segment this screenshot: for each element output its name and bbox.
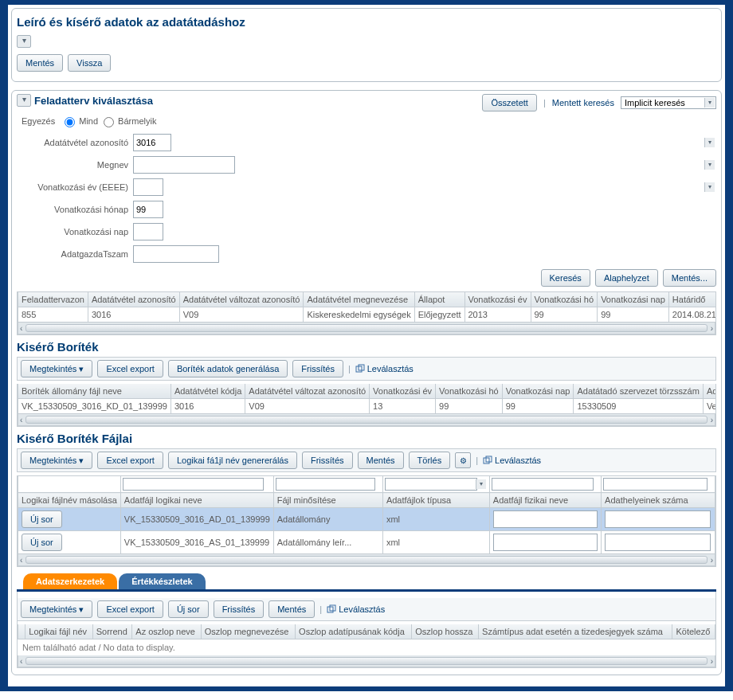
cell: 3016 xyxy=(171,399,245,414)
view-menu[interactable]: Megtekintés ▾ xyxy=(21,600,92,618)
excel-button[interactable]: Excel export xyxy=(97,360,163,377)
id-input[interactable] xyxy=(133,134,171,151)
column-header[interactable]: Vonatkozási nap xyxy=(502,384,574,399)
column-header[interactable]: Az oszlop neve xyxy=(132,624,201,639)
refresh-button[interactable]: Frissítés xyxy=(292,360,343,377)
filter-input[interactable] xyxy=(492,478,594,491)
view-menu[interactable]: Megtekintés ▾ xyxy=(21,452,92,469)
saved-search-value[interactable] xyxy=(621,96,716,109)
table-row[interactable]: Új sorVK_15330509_3016_AS_01_139999Adatá… xyxy=(18,531,715,554)
newrow-button[interactable]: Új sor xyxy=(168,600,209,618)
excel-button[interactable]: Excel export xyxy=(97,452,163,469)
save-button[interactable]: Mentés xyxy=(269,600,315,618)
column-header[interactable]: Kötelező xyxy=(672,624,715,639)
settings-icon[interactable]: ⚙ xyxy=(455,452,471,468)
view-menu[interactable]: Megtekintés ▾ xyxy=(21,360,92,377)
count-input[interactable] xyxy=(605,510,711,528)
excel-button[interactable]: Excel export xyxy=(97,600,163,618)
tabs-table: Logikai fájl névSorrendAz oszlop neveOsz… xyxy=(18,624,715,639)
cell: V09 xyxy=(179,307,304,323)
save-button[interactable]: Mentés xyxy=(17,54,63,72)
table-row[interactable]: 8553016V09Kiskereskedelmi egységekElőjeg… xyxy=(18,307,717,323)
column-header[interactable]: Feladattervazon xyxy=(18,292,88,307)
horizontal-scrollbar[interactable]: ‹› xyxy=(18,414,715,426)
column-header[interactable]: Számtípus adat esetén a tizedesjegyek sz… xyxy=(479,624,672,639)
filter-select[interactable]: ▾ xyxy=(385,478,488,491)
column-header[interactable]: Vonatkozási nap xyxy=(598,292,669,307)
physical-name-input[interactable] xyxy=(493,510,598,528)
column-header[interactable]: Boríték állomány fájl neve xyxy=(18,384,171,399)
id-select[interactable]: ▾ xyxy=(133,134,716,151)
cell: VK_15330509_3016_KD_01_139999 xyxy=(18,399,171,414)
column-header[interactable]: Vonatkozási hó xyxy=(436,384,503,399)
table-row[interactable]: VK_15330509_3016_KD_01_1399993016V091399… xyxy=(18,399,717,414)
name-input[interactable] xyxy=(133,156,235,174)
newrow-button[interactable]: Új sor xyxy=(22,510,62,528)
refresh-button[interactable]: Frissítés xyxy=(302,452,353,469)
name-select[interactable]: ▾ xyxy=(133,156,716,174)
year-select[interactable]: ▾ xyxy=(133,178,716,196)
reset-button[interactable]: Alaphelyzet xyxy=(595,269,658,287)
detach-button[interactable]: Leválasztás xyxy=(483,456,541,465)
delete-button[interactable]: Törlés xyxy=(409,452,451,469)
column-header[interactable]: Adatátvétel megnevezése xyxy=(304,292,414,307)
cell: 99 xyxy=(598,307,669,323)
horizontal-scrollbar[interactable]: ‹› xyxy=(18,323,715,334)
match-all-radio[interactable] xyxy=(65,117,75,127)
column-header[interactable]: Adatátvétel kódja xyxy=(171,384,245,399)
column-header[interactable]: Fájl minősítése xyxy=(273,493,382,508)
year-input[interactable] xyxy=(133,178,163,196)
detach-button[interactable]: Leválasztás xyxy=(327,604,385,614)
column-header[interactable]: Vonatkozási év xyxy=(370,384,436,399)
column-header[interactable]: Határidő xyxy=(668,292,716,307)
month-input[interactable] xyxy=(133,201,163,218)
column-header[interactable]: Adathelyeinek száma xyxy=(602,493,715,508)
column-header[interactable]: Adatfájlok típusa xyxy=(382,493,489,508)
column-header[interactable]: Logikai fájlnév másolása xyxy=(18,493,121,508)
separator: | xyxy=(319,604,322,614)
column-header[interactable]: Adatátvétel változat azonosító xyxy=(179,292,304,307)
column-header[interactable]: Adatátvétel azonosító xyxy=(88,292,179,307)
column-header[interactable]: Vonatkozási hó xyxy=(531,292,598,307)
physical-name-input[interactable] xyxy=(493,534,598,551)
column-header[interactable]: Vonatkozási év xyxy=(464,292,531,307)
count-input[interactable] xyxy=(605,534,711,551)
composite-button[interactable]: Összetett xyxy=(482,94,536,111)
tab-adatszerkezetek[interactable]: Adatszerkezetek xyxy=(23,573,117,589)
column-header[interactable]: Adatátvétel változat azonosító xyxy=(245,384,370,399)
column-header[interactable]: Oszlop megnevezése xyxy=(201,624,295,639)
search-button[interactable]: Keresés xyxy=(541,269,590,287)
collapse-icon[interactable]: ▾ xyxy=(17,35,31,48)
saved-search-select[interactable]: ▾ xyxy=(621,96,716,109)
tszam-input[interactable] xyxy=(133,245,219,263)
column-header[interactable]: Állapot xyxy=(414,292,464,307)
filter-input[interactable] xyxy=(276,478,376,491)
column-header[interactable]: Adatfájl fizikai neve xyxy=(489,493,601,508)
horizontal-scrollbar[interactable]: ‹› xyxy=(18,655,715,667)
collapse-icon[interactable]: ▾ xyxy=(17,94,31,107)
newrow-button[interactable]: Új sor xyxy=(22,534,62,551)
match-any-radio[interactable] xyxy=(104,117,114,127)
tab-ertekkeszletek[interactable]: Értékkészletek xyxy=(119,573,205,589)
horizontal-scrollbar[interactable]: ‹› xyxy=(18,554,715,566)
column-header[interactable]: Oszlop hossza xyxy=(412,624,479,639)
column-header[interactable]: Logikai fájl név xyxy=(25,624,92,639)
generate-button[interactable]: Logikai fá1jl név genererálás xyxy=(168,452,297,469)
table-row[interactable]: Új sorVK_15330509_3016_AD_01_139999Adatá… xyxy=(18,508,715,531)
filter-input[interactable] xyxy=(603,478,708,491)
column-header[interactable] xyxy=(18,624,25,639)
day-label: Vonatkozási nap xyxy=(17,227,128,237)
refresh-button[interactable]: Frissítés xyxy=(214,600,265,618)
back-button[interactable]: Vissza xyxy=(68,54,111,72)
filter-input[interactable] xyxy=(123,478,265,491)
column-header[interactable]: Sorrend xyxy=(92,624,132,639)
save-search-button[interactable]: Mentés... xyxy=(663,269,716,287)
column-header[interactable]: Adatgazda kapcsolattar xyxy=(703,384,716,399)
column-header[interactable]: Adatátadó szervezet törzsszám xyxy=(574,384,703,399)
column-header[interactable]: Oszlop adatípusának kódja xyxy=(296,624,412,639)
save-button[interactable]: Mentés xyxy=(358,452,404,469)
column-header[interactable]: Adatfájl logikai neve xyxy=(120,493,273,508)
day-input[interactable] xyxy=(133,223,163,241)
generate-button[interactable]: Boríték adatok generálása xyxy=(168,360,288,377)
detach-button[interactable]: Leválasztás xyxy=(355,364,414,373)
